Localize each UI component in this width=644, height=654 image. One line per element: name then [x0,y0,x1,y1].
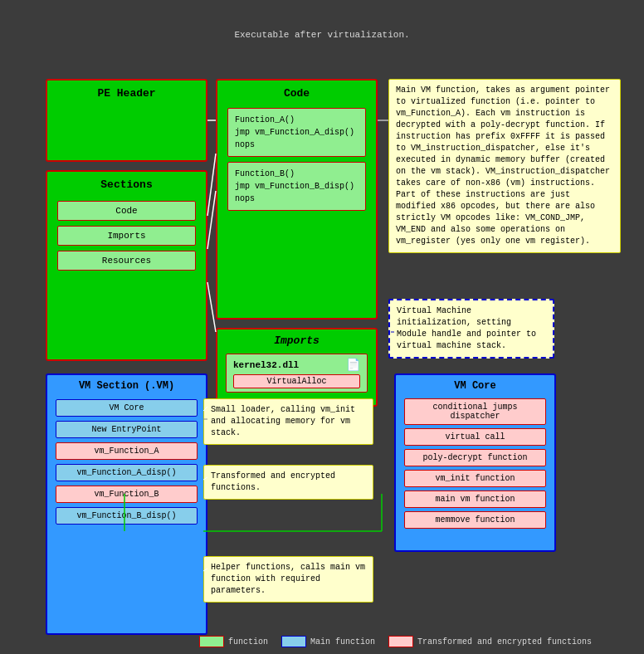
vm-init-item: vm_init function [404,470,546,487]
kernel-block: kernel32.dll 📄 VirtualAlloc [226,354,368,393]
function-b-line2: jmp vm_Function_B_disp() [235,180,359,193]
page-title: Executable after virtualization. [0,25,644,43]
sections-block: Sections Code Imports Resources [46,170,207,361]
virtual-call-item: virtual call [404,428,546,446]
vm-init-note-text: Virtual Machine initialization, setting … [397,306,536,350]
vm-function-a-item: vm_Function_A [56,442,198,460]
memmove-item: memmove function [404,511,546,529]
imports-code-label: Imports [217,329,376,350]
small-loader-note-text: Small loader, calling vm_init and alloca… [211,405,355,437]
function-b-line3: nops [235,193,359,205]
pe-header-label: PE Header [47,81,206,103]
section-code: Code [57,201,196,221]
section-imports: Imports [57,226,196,246]
vm-function-b-disp-item: vm_Function_B_disp() [56,507,198,525]
svg-line-1 [207,154,216,216]
legend-main-function-label: Main function [310,637,375,647]
pe-header-block: PE Header [46,79,207,162]
imports-code-block: Imports kernel32.dll 📄 VirtualAlloc [216,328,378,407]
sections-label: Sections [47,172,206,196]
code-label: Code [217,81,376,103]
vm-core-block: VM Core conditional jumps dispatcher vir… [394,373,556,552]
function-b-block: Function_B() jmp vm_Function_B_disp() no… [227,162,366,211]
virtual-alloc: VirtualAlloc [233,374,360,388]
kernel-dll-label: kernel32.dll [233,360,299,370]
function-a-line2: jmp vm_Function_A_disp() [235,126,359,139]
small-loader-note: Small loader, calling vm_init and alloca… [203,398,373,445]
function-b-line1: Function_B() [235,168,359,180]
poly-decrypt-item: poly-decrypt function [404,449,546,466]
main-vm-item: main vm function [404,490,546,508]
svg-line-2 [207,191,216,249]
vm-function-b-item: vm_Function_B [56,486,198,503]
legend-function-label: function [228,637,268,647]
main-vm-note-text: Main VM function, takes as argument poin… [396,85,610,246]
file-icon: 📄 [346,358,360,372]
function-a-line1: Function_A() [235,114,359,126]
vm-function-a-disp-item: vm_Function_A_disp() [56,464,198,481]
section-resources: Resources [57,251,196,271]
vm-init-note: Virtual Machine initialization, setting … [388,299,554,359]
cond-jumps-item: conditional jumps dispatcher [404,398,546,425]
new-entrypoint-item: New EntryPoint [56,421,198,438]
vm-section-block: VM Section (.VM) VM Core New EntryPoint … [46,373,207,635]
kernel-title: kernel32.dll 📄 [233,358,360,372]
legend-transformed-label: Transformed and encrypted functions [417,637,592,647]
vm-section-label: VM Section (.VM) [47,375,206,395]
helper-note-text: Helper functions, calls main vm function… [211,563,365,595]
function-a-block: Function_A() jmp vm_Function_A_disp() no… [227,108,366,157]
svg-line-3 [207,282,216,332]
transformed-note: Transformed and encrypted functions. [203,465,373,500]
transformed-note-text: Transformed and encrypted functions. [211,471,335,492]
main-vm-note: Main VM function, takes as argument poin… [388,79,621,253]
code-block: Code Function_A() jmp vm_Function_A_disp… [216,79,378,320]
vm-core-item: VM Core [56,399,198,417]
function-a-line3: nops [235,139,359,151]
helper-note: Helper functions, calls main vm function… [203,556,373,603]
vm-core-label: VM Core [396,375,554,395]
